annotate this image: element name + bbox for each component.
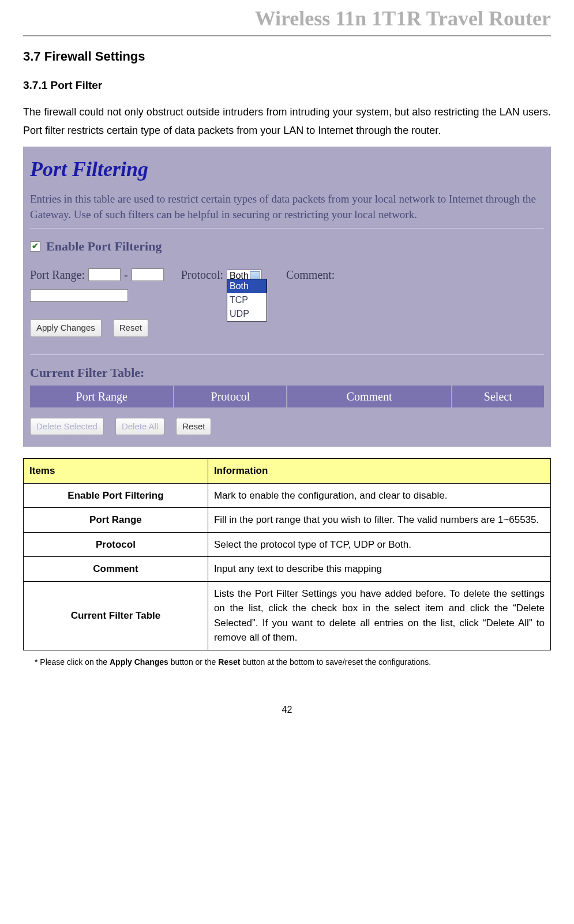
- enable-label: Enable Port Filtering: [46, 237, 162, 256]
- reset-button-2[interactable]: Reset: [176, 418, 211, 436]
- hdr-information: Information: [208, 459, 550, 484]
- table-row: Enable Port Filtering Mark to enable the…: [24, 483, 551, 508]
- divider: [30, 228, 544, 229]
- table-row: Comment Input any text to describe this …: [24, 557, 551, 582]
- current-filter-table: Port Range Protocol Comment Select: [30, 386, 544, 407]
- comment-label: Comment:: [286, 266, 335, 283]
- footnote: * Please click on the Apply Changes butt…: [35, 656, 551, 668]
- row-item: Protocol: [24, 532, 208, 557]
- filter-table-title: Current Filter Table:: [30, 363, 544, 382]
- row-item: Port Range: [24, 508, 208, 533]
- comment-input[interactable]: [30, 289, 128, 302]
- row-item: Comment: [24, 557, 208, 582]
- port-range-from-input[interactable]: [88, 268, 121, 281]
- delete-selected-button[interactable]: Delete Selected: [30, 418, 104, 436]
- col-port-range: Port Range: [30, 386, 174, 407]
- row-info: Select the protocol type of TCP, UDP or …: [208, 532, 550, 557]
- protocol-dropdown-list: Both TCP UDP: [227, 279, 267, 321]
- panel-title: Port Filtering: [30, 154, 544, 185]
- col-select: Select: [452, 386, 544, 407]
- apply-changes-button[interactable]: Apply Changes: [30, 319, 102, 337]
- protocol-option-both[interactable]: Both: [227, 279, 267, 293]
- reset-button[interactable]: Reset: [113, 319, 148, 337]
- items-information-table: Items Information Enable Port Filtering …: [23, 458, 551, 650]
- subsection-heading: 3.7.1 Port Filter: [23, 77, 551, 94]
- row-info: Lists the Port Filter Settings you have …: [208, 581, 550, 650]
- row-item: Current Filter Table: [24, 581, 208, 650]
- port-filtering-screenshot: Port Filtering Entries in this table are…: [23, 147, 551, 447]
- col-comment: Comment: [287, 386, 451, 407]
- table-row: Protocol Select the protocol type of TCP…: [24, 532, 551, 557]
- dash: -: [124, 266, 128, 283]
- port-range-label: Port Range:: [30, 266, 85, 283]
- row-item: Enable Port Filtering: [24, 483, 208, 508]
- row-info: Input any text to describe this mapping: [208, 557, 550, 582]
- port-range-to-input[interactable]: [132, 268, 164, 281]
- doc-header-title: Wireless 11n 1T1R Travel Router: [23, 0, 551, 36]
- protocol-option-tcp[interactable]: TCP: [227, 293, 267, 307]
- row-info: Mark to enable the configuration, and cl…: [208, 483, 550, 508]
- protocol-option-udp[interactable]: UDP: [227, 307, 267, 321]
- col-protocol: Protocol: [174, 386, 287, 407]
- section-heading: 3.7 Firewall Settings: [23, 47, 551, 66]
- protocol-label: Protocol:: [181, 266, 223, 283]
- enable-checkbox[interactable]: ✔: [30, 241, 40, 252]
- table-row: Current Filter Table Lists the Port Filt…: [24, 581, 551, 650]
- divider-2: [30, 354, 544, 355]
- intro-paragraph: The firewall could not only obstruct out…: [23, 103, 551, 140]
- table-row: Port Range Fill in the port range that y…: [24, 508, 551, 533]
- hdr-items: Items: [24, 459, 208, 484]
- delete-all-button[interactable]: Delete All: [115, 418, 164, 436]
- page-number: 42: [23, 703, 551, 717]
- row-info: Fill in the port range that you wish to …: [208, 508, 550, 533]
- panel-description: Entries in this table are used to restri…: [30, 192, 544, 222]
